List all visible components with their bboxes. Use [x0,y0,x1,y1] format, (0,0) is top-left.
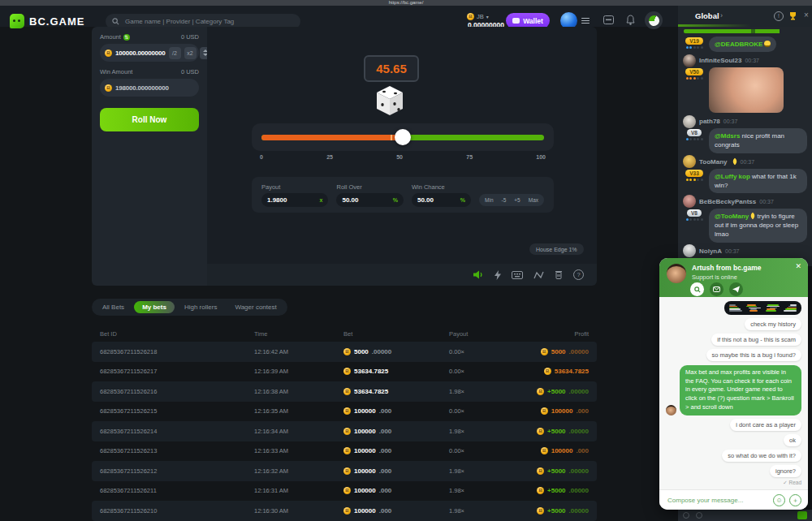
support-email-button[interactable] [710,282,723,296]
chat-mention[interactable]: @DEADBROKE [715,41,762,48]
stats-trend-icon[interactable] [533,271,544,279]
roll-now-button[interactable]: Roll Now [100,108,199,131]
bet-time: 12:16:33 AM [254,447,343,454]
double-bet-button[interactable]: x2 [184,47,197,59]
bet-amount: B5000.00000 [343,348,449,355]
chat-sidebar[interactable]: V19@DEADBROKEInfiniteSoul2300:37V50path7… [678,27,812,266]
bet-payout: 1.98× [449,507,534,515]
table-row[interactable]: 6828536721152621312:16:33 AMB100000.0000… [92,441,597,462]
payout-input[interactable]: 1.9800 x [261,193,328,207]
messages-icon[interactable] [603,15,614,24]
profile-avatar[interactable] [645,11,663,29]
close-chat-icon[interactable]: × [804,11,809,19]
table-row[interactable]: 6828536721152621012:16:30 AMB100000.0001… [92,501,597,521]
tab-all-bets[interactable]: All Bets [94,301,132,313]
slider-thumb[interactable] [395,129,411,145]
chat-message: path7800:37V8@Mdsrs nice profit man cong… [683,115,807,153]
table-row[interactable]: 6828536721152621412:16:34 AMB100000.0001… [92,421,597,441]
chat-username[interactable]: NolynA [699,248,722,255]
table-row[interactable]: 6828536721152621812:16:42 AMB5000.000000… [92,342,597,362]
bet-amount-input[interactable]: B 100000.00000000 /2 x2 [100,44,199,62]
roll-over-unit: % [393,197,398,203]
vip-badge: V50 [685,68,703,75]
table-row[interactable]: 6828536721152621512:16:35 AMB100000.0000… [92,402,597,422]
bet-payout: 0.00× [449,368,534,375]
chat-username[interactable]: TooMany [699,158,728,166]
chance-min-button[interactable]: Min [482,196,496,205]
avatar[interactable] [683,244,696,257]
chat-rules-icon[interactable]: ! [774,11,784,21]
bet-time: 12:16:39 AM [254,368,343,375]
chance-max-button[interactable]: Max [525,196,542,205]
support-compose-input[interactable] [666,496,769,505]
chance-5-button[interactable]: +5 [511,196,523,205]
table-row[interactable]: 6828536721152621712:16:39 AMB53634.78250… [92,362,597,382]
hotkeys-icon[interactable] [512,271,523,279]
roll-over-input[interactable]: 50.00 % [336,193,403,207]
avatar[interactable] [683,115,696,128]
slider-tick-labels: 0255075100 [252,154,554,160]
tab-high-rollers[interactable]: High rollers [176,301,225,313]
turbo-icon[interactable] [495,270,501,280]
chat-send-button[interactable] [797,511,807,519]
chat-username[interactable]: BeBeBeckyPantss [699,198,756,205]
bets-table: 6828536721152621812:16:42 AMB5000.000000… [92,342,597,521]
sound-icon[interactable] [473,270,484,279]
chat-attach-icon[interactable] [696,512,702,519]
emoji-icon[interactable]: ☺ [773,494,785,506]
half-bet-button[interactable]: /2 [169,47,181,59]
search-input[interactable] [123,17,289,26]
dice-icon [374,84,405,117]
table-row[interactable]: 6828536721152621212:16:32 AMB100000.0001… [92,461,597,481]
vip-progress-pips [686,218,703,221]
chat-mention[interactable]: @TooMany [715,213,749,220]
tab-my-bets[interactable]: My bets [134,301,175,313]
support-close-icon[interactable]: ✕ [795,262,801,270]
coin-icon: B [343,407,351,415]
avatar[interactable] [683,155,696,168]
chat-username[interactable]: InfiniteSoul23 [699,57,741,64]
currency-toggle-icon[interactable]: ⇅ [123,34,130,41]
chat-message-list: V19@DEADBROKEInfiniteSoul2300:37V50path7… [682,37,808,266]
table-row[interactable]: 6828536721152621612:16:38 AMB53634.78251… [92,381,597,402]
chat-username[interactable]: path78 [699,118,720,125]
bet-profit: B53634.7825 [534,368,589,375]
chat-channel-tab[interactable]: Global [695,11,719,20]
support-telegram-button[interactable] [729,282,743,296]
bet-time: 12:16:34 AM [254,428,343,435]
shared-screenshot-thumbnail[interactable] [724,301,801,315]
bc-game-logo[interactable]: BC.GAME [10,14,84,28]
tab-wager-contest[interactable]: Wager contest [227,301,284,313]
win-chance-input[interactable]: 50.00 % [412,193,471,207]
help-icon[interactable]: ? [573,269,584,280]
seed-icon[interactable] [555,270,563,279]
send-icon[interactable]: ＋ [789,494,801,506]
avatar[interactable] [683,195,696,208]
table-row[interactable]: 6828536721152621112:16:31 AMB100000.0001… [92,481,597,502]
support-search-button[interactable] [690,282,704,296]
bet-time: 12:16:32 AM [254,467,343,475]
chat-panel-header: Global › ! × [678,6,812,27]
roll-slider[interactable] [252,123,554,151]
notifications-icon[interactable] [626,15,635,25]
chat-message-header: TooMany00:37 [683,156,807,168]
global-chat-input-bar[interactable] [678,510,812,521]
bet-profit: B100000.000 [534,447,589,454]
chat-bubble: @TooMany tryin to figure out if im gonna… [709,209,807,243]
chevron-right-icon[interactable]: › [720,11,723,19]
support-conversation: check my historyif this not a bug - this… [659,297,808,490]
chat-mention[interactable]: @Luffy kop [715,173,750,180]
bet-amount: B100000.000 [343,407,449,415]
banana-emoji-icon [731,158,737,165]
coin-icon: B [343,487,351,494]
chat-emoji-icon[interactable] [683,512,689,519]
chat-timestamp: 00:37 [759,199,774,205]
chat-image-attachment[interactable] [709,67,784,113]
trophy-icon[interactable] [788,11,797,20]
chance-5-button[interactable]: -5 [499,196,510,205]
chat-mention[interactable]: @Mdsrs [715,132,740,140]
support-status: Support is online [692,273,737,281]
payout-value: 1.9800 [267,196,287,204]
avatar[interactable] [683,54,696,67]
account-menu-icon[interactable] [581,16,590,25]
